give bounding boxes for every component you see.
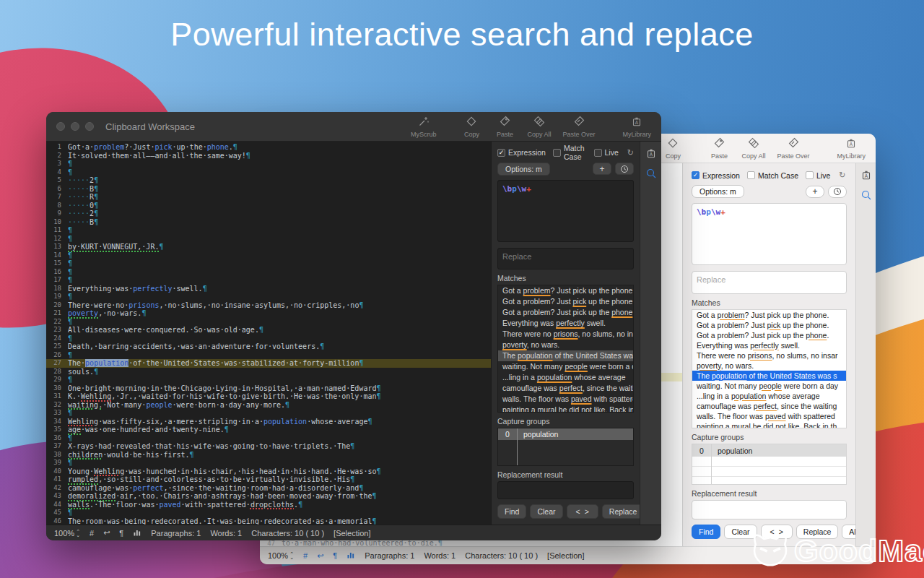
window-controls[interactable] <box>46 122 94 131</box>
toolbar-item-copy-all[interactable]: Copy All <box>741 137 765 160</box>
replace-field[interactable]: Replace <box>692 271 847 293</box>
match-row[interactable]: ...ling in a population whose average <box>498 372 633 383</box>
line-text: ·····2¶ <box>68 210 98 218</box>
add-pattern-button[interactable]: + <box>806 186 824 198</box>
search-pattern-field[interactable]: \bp\w+ <box>692 203 847 265</box>
toolbar-item-copy[interactable]: Copy <box>461 116 482 138</box>
match-row[interactable]: Everything was perfectly swell. <box>498 318 633 329</box>
match-row[interactable]: There were no prisons, no slums, no insa… <box>692 350 846 361</box>
live-checkbox[interactable]: ✓ <box>594 149 602 157</box>
match-row[interactable]: poverty, no wars. <box>498 340 633 350</box>
editor-line: 7·····R¶ <box>46 193 491 202</box>
line-text: There·were·no·prisons,·no·slums,·no·insa… <box>68 301 363 310</box>
line-number-toggle[interactable]: # <box>90 529 94 538</box>
statistics-toggle[interactable] <box>133 528 141 538</box>
text-transform-icon[interactable]: A <box>645 147 657 159</box>
prev-next-buttons[interactable]: <> <box>567 504 598 519</box>
soft-wrap-toggle[interactable]: ↩ <box>103 528 110 538</box>
history-button[interactable] <box>828 186 847 198</box>
match-row[interactable]: poverty, no wars. <box>692 361 846 371</box>
minimize-button[interactable] <box>71 122 79 131</box>
toolbar-item-label: Copy <box>666 152 681 160</box>
match-row[interactable]: painting a mural he did not like. Back i… <box>498 405 633 413</box>
invisibles-toggle[interactable]: ¶ <box>119 529 123 538</box>
replacement-result-field[interactable] <box>692 500 847 519</box>
match-row[interactable]: Everything was perfectly swell. <box>692 340 846 350</box>
editor-dark[interactable]: 1Got·a·problem?·Just·pick·up·the·phone.¶… <box>46 142 491 525</box>
replace-field[interactable]: Replace <box>497 248 634 269</box>
zoom-control[interactable]: 100%⌃⌄ <box>268 551 294 560</box>
replacement-result-label: Replacement result <box>497 470 634 479</box>
capture-group-row[interactable]: 0population <box>692 444 846 457</box>
toolbar-item-paste-over[interactable]: Paste Over <box>777 137 809 160</box>
options-button[interactable]: Options: m <box>692 185 744 198</box>
find-button[interactable]: Find <box>692 525 720 539</box>
find-button[interactable]: Find <box>497 504 526 519</box>
match-row[interactable]: Got a problem? Just pick up the phone. <box>692 330 846 340</box>
match-row[interactable]: Got a problem? Just pick up the phone. <box>498 307 633 318</box>
match-row[interactable]: waiting. Not many people were born a day <box>692 381 846 391</box>
match-row[interactable]: walls. The floor was paved with spattere… <box>692 411 846 421</box>
invisibles-toggle[interactable]: ¶ <box>333 551 337 560</box>
match-row[interactable]: Got a problem? Just pick up the phone. <box>498 285 633 296</box>
history-button[interactable] <box>615 163 634 175</box>
copy-all-icon <box>533 116 545 130</box>
matches-list[interactable]: Got a problem? Just pick up the phone.Go… <box>497 285 634 413</box>
toolbar-item-myscrub[interactable]: MyScrub <box>411 116 437 138</box>
toolbar-item-mylibrary[interactable]: AMyLibrary <box>837 137 866 160</box>
search-icon[interactable] <box>860 189 872 201</box>
expression-checkbox[interactable]: ✓ <box>692 171 699 179</box>
match-case-checkbox[interactable]: ✓ <box>553 149 561 157</box>
match-row[interactable]: waiting. Not many people were born a day <box>498 361 633 372</box>
editor-line: 3¶ <box>46 160 491 168</box>
match-post: a mural he did not like. Back in th <box>723 422 837 429</box>
matches-list[interactable]: Got a problem? Just pick up the phone.Go… <box>692 309 847 429</box>
match-row[interactable]: The population of the United States was … <box>498 350 633 361</box>
match-row[interactable]: walls. The floor was paved with spattere… <box>498 394 633 405</box>
match-row[interactable]: There were no prisons, no slums, no insa… <box>498 329 633 340</box>
match-row[interactable]: Got a problem? Just pick up the phone. <box>692 320 846 330</box>
clock-icon <box>620 165 629 173</box>
text-transform-icon[interactable]: A <box>860 169 872 181</box>
expression-checkbox[interactable]: ✓ <box>497 149 505 157</box>
search-icon[interactable] <box>645 168 657 179</box>
match-row[interactable]: The population of the United States was … <box>692 371 846 381</box>
toolbar-item-paste-over[interactable]: Paste Over <box>562 116 595 138</box>
options-button[interactable]: Options: m <box>497 163 550 176</box>
search-pattern-field[interactable]: \bp\w+ <box>497 180 634 242</box>
clear-button[interactable]: Clear <box>530 504 562 519</box>
close-button[interactable] <box>56 122 65 131</box>
replacement-result-field[interactable] <box>497 481 634 499</box>
line-number-toggle[interactable]: # <box>303 551 308 560</box>
match-row[interactable]: camouflage was perfect, since the waitin… <box>498 383 633 394</box>
toolbar-item-copy[interactable]: Copy <box>662 137 684 160</box>
match-row[interactable]: Got a problem? Just pick up the phone. <box>498 296 633 307</box>
line-number: 35 <box>46 426 68 434</box>
match-row[interactable]: ...ling in a population whose average <box>692 391 846 401</box>
refresh-icon[interactable]: ↻ <box>839 171 845 180</box>
editor-line: 20There·were·no·prisons,·no·slums,·no·in… <box>46 301 491 310</box>
regex-token: p <box>706 207 711 217</box>
add-pattern-button[interactable]: + <box>593 163 611 175</box>
zoom-window-button[interactable] <box>85 122 94 131</box>
toolbar-item-paste[interactable]: Paste <box>494 116 515 138</box>
editor-line: 4¶ <box>46 168 491 177</box>
zoom-control[interactable]: 100%⌃⌄ <box>54 529 80 538</box>
toolbar-item-mylibrary[interactable]: AMyLibrary <box>622 116 651 138</box>
capture-group-row[interactable]: 0population <box>498 428 633 440</box>
line-number: 15 <box>46 259 68 268</box>
match-row[interactable]: camouflage was perfect, since the waitin… <box>692 401 846 411</box>
live-checkbox[interactable]: ✓ <box>806 171 814 179</box>
match-post: up the phone. <box>780 321 829 329</box>
toolbar-item-paste[interactable]: Paste <box>708 137 730 160</box>
line-number: 1 <box>46 143 68 152</box>
match-row[interactable]: painting a mural he did not like. Back i… <box>692 421 846 429</box>
toolbar-item-copy-all[interactable]: Copy All <box>527 116 551 138</box>
match-case-checkbox[interactable]: ✓ <box>747 171 755 179</box>
match-pre: camouflage was <box>502 384 559 392</box>
refresh-icon[interactable]: ↻ <box>627 148 634 158</box>
soft-wrap-toggle[interactable]: ↩ <box>317 551 323 561</box>
statistics-toggle[interactable] <box>346 551 355 561</box>
match-row[interactable]: Got a problem? Just pick up the phone. <box>692 310 846 320</box>
replace-button[interactable]: Replace <box>602 504 645 519</box>
